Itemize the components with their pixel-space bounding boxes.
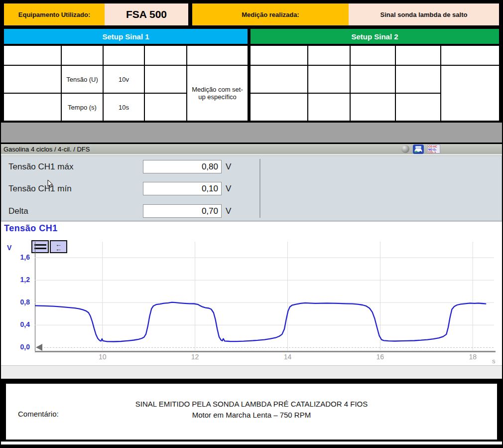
measurement-unit: V (226, 162, 231, 172)
setup2-row2-trigger (396, 94, 440, 121)
row-ref-main: Amplitude de sinal (6, 72, 59, 79)
x-tick-label: 18 (465, 353, 480, 361)
y-tick-label: 1,2 (4, 276, 30, 284)
setup2-title: Setup Sinal 2 (251, 29, 499, 44)
setup2-comentario-value (441, 66, 499, 121)
setup1-comentario-value: Medição com set-up específico (187, 66, 248, 121)
setup1-col-tipo: Tipo de sinal (62, 46, 103, 65)
gas-values-icon[interactable]: CO HC NO O₂ CO₂ λ (427, 145, 440, 153)
col-tipo-l2: sinal (322, 55, 336, 62)
measurement-value: Sinal sonda lambda de salto (349, 3, 499, 25)
setup2-col-trigger: Trigger (396, 46, 440, 65)
setup2-col-valores: Valores CH2 (351, 46, 395, 65)
y-tick-label: 0,8 (4, 298, 30, 306)
status-sphere-icon[interactable] (401, 145, 409, 153)
measurement-row: Tensão CH1 mín 0,10 V (1, 182, 260, 197)
measurement-unit: V (226, 206, 231, 216)
measurement-panel: Tensão CH1 máx 0,80 V Tensão CH1 mín 0,1… (1, 155, 502, 221)
measurement-row: Tensão CH1 máx 0,80 V (1, 160, 260, 175)
col-ref-title: Referência (16, 48, 48, 55)
setup1-col-trigger: Trigger (145, 46, 186, 65)
row-ref-sub: (Vertical - Y) (263, 79, 294, 86)
setup2-col-tipo: Tipo de sinal (308, 46, 350, 65)
setup1-row2-trigger (145, 94, 186, 121)
col-tipo-l1: Tipo de (71, 48, 93, 55)
setup2-row2-ref: Duração (Horizontal X) (251, 94, 307, 121)
setup1-col-comentario: Comentário (187, 46, 248, 65)
setup1-row1-tipo: Tensão (U) (62, 66, 103, 93)
col-tipo-l2: sinal (75, 55, 90, 62)
equipment-value: FSA 500 (105, 3, 188, 25)
col-ref-title: Referência (263, 48, 295, 55)
y-axis-unit: V (7, 244, 11, 252)
vehicle-diagnostics-icon[interactable] (413, 145, 424, 154)
setup2-row1-tipo (308, 66, 350, 93)
app-title-bar: Gasolina 4 ciclos / 4-cil. / DFS CO HC N… (1, 144, 502, 154)
gas-line-3: CO₂ λ (428, 151, 439, 154)
zero-level-marker[interactable] (36, 344, 42, 351)
setup-table-2: Setup Sinal 2 Referência Eixos de valore… (251, 29, 499, 121)
comment-text: SINAL EMITIDO PELA SONDA LAMBDA PRÉ CATA… (6, 399, 497, 421)
x-tick-label: 14 (280, 353, 295, 361)
bottom-white-strip (1, 442, 502, 445)
setup1-row2-valor: 10s (104, 94, 144, 121)
title-bar-icons: CO HC NO O₂ CO₂ λ (401, 145, 440, 153)
comment-line-2: Motor em Marcha Lenta – 750 RPM (6, 410, 497, 421)
bottom-strip (1, 365, 502, 379)
measurement-label: Tensão CH1 máx (8, 162, 73, 172)
setup1-row1-trigger (145, 66, 186, 93)
col-ref-subtitle: Eixos de valores (12, 55, 53, 62)
row-ref-main: Duração (20, 100, 44, 107)
x-axis-unit: s (492, 357, 496, 365)
comment-line-1: SINAL EMITIDO PELA SONDA LAMBDA PRÉ CATA… (6, 399, 497, 410)
signal-trace (35, 242, 494, 350)
setup1-row2-tipo: Tempo (s) (62, 94, 103, 121)
y-tick-label: 1,6 (4, 253, 30, 261)
report-page: Equipamento Utilizado: FSA 500 Medição r… (0, 0, 503, 448)
measurement-row: Delta 0,70 V (1, 204, 260, 219)
measurement-value-field[interactable]: 0,70 (143, 204, 222, 218)
setup1-col-referencia: Referência Eixos de valores (4, 46, 61, 65)
row-ref-main: Amplitude de sinal (252, 72, 306, 79)
measurement-value-field[interactable]: 0,10 (143, 182, 222, 195)
row-ref-main: Duração (267, 100, 291, 107)
mouse-cursor-icon (47, 179, 53, 188)
setup2-row2-valor (351, 94, 395, 121)
scope-plot (35, 242, 494, 350)
setup2-col-comentario: Comentário (441, 46, 499, 65)
equipment-label: Equipamento Utilizado: (4, 3, 105, 25)
x-tick-label: 10 (95, 353, 110, 361)
measurement-value-field[interactable]: 0,80 (143, 160, 222, 173)
row-ref-sub: (Horizontal X) (261, 107, 297, 114)
measurement-label: Tensão CH1 mín (8, 184, 72, 194)
setup1-col-valores: Valores CH1 (104, 46, 144, 65)
comment-section: Comentário: SINAL EMITIDO PELA SONDA LAM… (6, 384, 497, 440)
setup2-row2-tipo (308, 94, 350, 121)
setup1-row1-valor: 10v (104, 66, 144, 93)
setup2-row1-valor (351, 66, 395, 93)
chart-title: Tensão CH1 (4, 223, 58, 234)
measurement-label: Delta (8, 206, 28, 216)
setup-table-1: Setup Sinal 1 Referência Eixos de valore… (4, 29, 248, 121)
x-axis-line (35, 351, 496, 352)
setup2-row1-trigger (396, 66, 440, 93)
col-ref-subtitle: Eixos de valores (259, 55, 299, 62)
x-tick-label: 16 (373, 353, 387, 361)
y-tick-label: 0,4 (4, 320, 30, 328)
col-tipo-l1: Tipo de (318, 48, 340, 55)
app-title: Gasolina 4 ciclos / 4-cil. / DFS (3, 146, 90, 153)
measurement-label: Medição realizada: (192, 3, 349, 25)
measurement-unit: V (226, 184, 231, 194)
y-tick-label: 0,0 (4, 343, 30, 351)
setup1-title: Setup Sinal 1 (4, 29, 248, 44)
gray-separator-band (1, 123, 502, 143)
setup1-row1-ref: Amplitude de sinal (Vertical - Y) (4, 66, 61, 93)
setup2-row1-ref: Amplitude de sinal (Vertical - Y) (251, 66, 307, 93)
setup1-row2-ref: Duração (Horizontal X) (4, 94, 61, 121)
setup2-col-referencia: Referência Eixos de valores (251, 46, 307, 65)
row-ref-sub: (Horizontal X) (14, 107, 50, 114)
scope-chart-section: Tensão CH1 ← ← V 0,00,40,81,21,6 1012141… (1, 221, 502, 365)
x-tick-label: 12 (188, 353, 203, 361)
row-ref-sub: (Vertical - Y) (16, 79, 48, 86)
